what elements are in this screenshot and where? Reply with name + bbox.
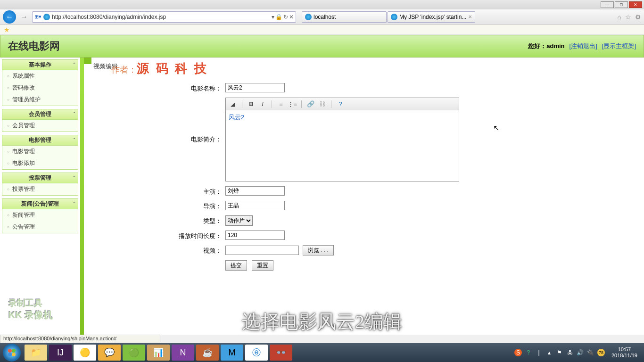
status-bar: http://localhost:8080/dianying/shipinMan… xyxy=(0,335,160,343)
label-duration: 播放时间长度： xyxy=(93,230,225,240)
bold-icon[interactable]: B xyxy=(247,100,256,108)
recorder-watermark: 录制工具 KK 录像机 xyxy=(8,297,53,321)
close-window-button[interactable]: ✕ xyxy=(629,1,642,8)
brand-text: 源 码 科 技 xyxy=(137,62,208,75)
close-tab-icon[interactable]: ✕ xyxy=(468,14,472,19)
splitter-handle[interactable] xyxy=(84,58,91,64)
task-ie[interactable]: ⓔ xyxy=(245,345,268,361)
tab-dropdown-icon[interactable]: ⊞▾ xyxy=(34,14,41,20)
input-director[interactable] xyxy=(225,201,285,210)
input-movie-name[interactable] xyxy=(225,83,285,92)
sidebar-group-news: 新闻(公告)管理ˆ 新闻管理 公告管理 xyxy=(2,198,78,233)
stop-icon[interactable]: ✕ xyxy=(289,14,294,20)
tray-sogou-icon[interactable]: S xyxy=(514,349,522,356)
task-recorder[interactable]: 👓 xyxy=(270,345,292,361)
select-type[interactable]: 动作片 xyxy=(225,215,253,226)
tray-battery-icon[interactable]: 78 xyxy=(597,349,605,356)
favorites-icon[interactable]: ☆ xyxy=(625,13,631,21)
task-java[interactable]: ☕ xyxy=(196,345,219,361)
editor-content[interactable]: 风云2 xyxy=(226,110,459,181)
source-icon[interactable]: ◢ xyxy=(229,100,237,108)
sidebar-item-vote[interactable]: 投票管理 xyxy=(2,183,78,195)
taskbar: 📁 IJ 🟡 💬 🟢 📊 N ☕ M ⓔ 👓 S ? | ▴ ⚑ 🖧 🔊 🔌 7… xyxy=(0,343,644,362)
system-tray: S ? | ▴ ⚑ 🖧 🔊 🔌 78 10:57 2018/11/19 xyxy=(514,346,641,359)
tray-help-icon[interactable]: ? xyxy=(525,349,532,356)
ordered-list-icon[interactable]: ≡ xyxy=(277,100,285,108)
input-video-path[interactable] xyxy=(225,246,299,255)
label-director: 导演： xyxy=(93,201,225,211)
sidebar-divider[interactable] xyxy=(80,58,84,335)
star-icon[interactable]: ★ xyxy=(4,26,10,33)
label-starring: 主演： xyxy=(93,186,225,196)
task-app1[interactable]: 💬 xyxy=(98,345,121,361)
browse-button[interactable]: 浏览 . . . xyxy=(303,245,334,255)
sidebar-item-sysprops[interactable]: 系统属性 xyxy=(2,70,78,82)
address-bar[interactable]: ⊞▾ ▾ 🔒 ↻ ✕ xyxy=(32,11,296,23)
tab-myjsp[interactable]: My JSP 'index.jsp' startin... ✕ xyxy=(388,11,475,23)
chevron-up-icon[interactable]: ˆ xyxy=(74,62,75,67)
dropdown-icon[interactable]: ▾ xyxy=(272,14,274,20)
minimize-button[interactable]: — xyxy=(601,1,614,8)
sidebar-group-member: 会员管理ˆ 会员管理 xyxy=(2,109,78,132)
svg-point-3 xyxy=(12,353,16,356)
tray-volume-icon[interactable]: 🔊 xyxy=(577,349,584,356)
input-starring[interactable] xyxy=(225,186,285,196)
unordered-list-icon[interactable]: ⋮≡ xyxy=(288,100,297,108)
sidebar-item-member[interactable]: 会员管理 xyxy=(2,120,78,132)
gear-icon[interactable]: ⚙ xyxy=(635,13,641,21)
back-button[interactable]: ← xyxy=(3,10,16,24)
tray-chevron-up-icon[interactable]: ▴ xyxy=(545,349,553,356)
url-input[interactable] xyxy=(52,14,270,20)
tray-separator-icon: | xyxy=(535,349,543,356)
task-app4[interactable]: M xyxy=(221,345,243,361)
sidebar-header[interactable]: 会员管理ˆ xyxy=(2,109,78,120)
sidebar-header[interactable]: 电影管理ˆ xyxy=(2,135,78,146)
chevron-up-icon[interactable]: ˆ xyxy=(74,175,75,181)
show-frame-link[interactable]: [显示主框架] xyxy=(602,42,636,50)
sidebar-header[interactable]: 新闻(公告)管理ˆ xyxy=(2,199,78,209)
forward-button[interactable]: → xyxy=(18,11,30,23)
task-chrome[interactable]: 🟡 xyxy=(74,345,96,361)
label-movie-name: 电影名称： xyxy=(93,83,225,93)
task-onenote[interactable]: N xyxy=(172,345,194,361)
task-explorer[interactable]: 📁 xyxy=(25,345,47,361)
chevron-up-icon[interactable]: ˆ xyxy=(74,138,75,143)
task-app3[interactable]: 📊 xyxy=(147,345,170,361)
chevron-up-icon[interactable]: ˆ xyxy=(74,112,75,117)
sidebar-header[interactable]: 基本操作ˆ xyxy=(2,60,78,70)
sidebar-item-notice[interactable]: 公告管理 xyxy=(2,221,78,233)
input-duration[interactable] xyxy=(225,230,285,240)
sidebar-group-vote: 投票管理ˆ 投票管理 xyxy=(2,173,78,196)
ie-icon xyxy=(305,14,312,20)
tray-power-icon[interactable]: 🔌 xyxy=(587,349,594,356)
tray-network-icon[interactable]: 🖧 xyxy=(566,349,574,356)
refresh-icon[interactable]: ↻ xyxy=(283,14,288,20)
task-app2[interactable]: 🟢 xyxy=(123,345,145,361)
maximize-button[interactable]: □ xyxy=(615,1,628,8)
sidebar-item-news[interactable]: 新闻管理 xyxy=(2,209,78,221)
svg-point-2 xyxy=(8,353,12,356)
tray-flag-icon[interactable]: ⚑ xyxy=(556,349,563,356)
tab-localhost[interactable]: localhost xyxy=(302,11,387,23)
unlink-icon[interactable]: ⛓ xyxy=(318,100,326,108)
label-type: 类型： xyxy=(93,215,225,225)
sidebar-header[interactable]: 投票管理ˆ xyxy=(2,173,78,183)
desc-link[interactable]: 风云2 xyxy=(229,114,244,121)
sidebar-item-password[interactable]: 密码修改 xyxy=(2,82,78,94)
tray-clock[interactable]: 10:57 2018/11/19 xyxy=(611,346,637,359)
sidebar-group-movie: 电影管理ˆ 电影管理 电影添加 xyxy=(2,135,78,170)
sidebar-item-movie-manage[interactable]: 电影管理 xyxy=(2,146,78,157)
sidebar-item-movie-add[interactable]: 电影添加 xyxy=(2,157,78,169)
help-icon[interactable]: ? xyxy=(336,100,345,108)
reset-button[interactable]: 重置 xyxy=(252,260,273,271)
start-button[interactable] xyxy=(3,344,21,362)
sidebar-item-admin[interactable]: 管理员维护 xyxy=(2,94,78,106)
link-icon[interactable]: 🔗 xyxy=(306,100,315,108)
submit-button[interactable]: 提交 xyxy=(225,260,247,271)
home-icon[interactable]: ⌂ xyxy=(618,13,621,21)
chevron-up-icon[interactable]: ˆ xyxy=(74,201,75,206)
task-intellij[interactable]: IJ xyxy=(49,345,72,361)
italic-icon[interactable]: I xyxy=(258,100,267,108)
logout-link[interactable]: [注销退出] xyxy=(570,42,597,50)
browser-tools: ⌂ ☆ ⚙ xyxy=(618,13,641,21)
